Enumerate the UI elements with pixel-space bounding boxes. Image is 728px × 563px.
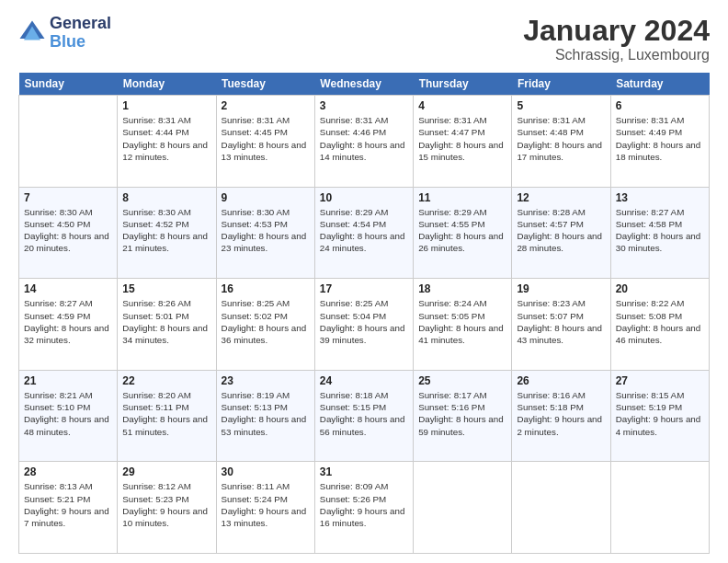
col-thursday: Thursday xyxy=(414,73,512,96)
calendar-cell-w4-d4: 24 Sunrise: 8:18 AM Sunset: 5:15 PM Dayl… xyxy=(314,370,413,462)
day-detail: Sunrise: 8:31 AM Sunset: 4:46 PM Dayligh… xyxy=(320,114,408,163)
day-detail: Sunrise: 8:31 AM Sunset: 4:45 PM Dayligh… xyxy=(222,114,310,163)
sunset: Sunset: 5:21 PM xyxy=(24,494,90,504)
sunset: Sunset: 4:46 PM xyxy=(320,127,386,137)
day-number: 20 xyxy=(616,282,704,295)
logo-line1: General xyxy=(50,15,111,33)
daylight: Daylight: 8 hours and 24 minutes. xyxy=(320,231,405,253)
sunset: Sunset: 5:05 PM xyxy=(418,311,484,321)
day-number: 19 xyxy=(517,282,605,295)
sunset: Sunset: 4:59 PM xyxy=(24,311,90,321)
daylight: Daylight: 8 hours and 26 minutes. xyxy=(418,231,504,253)
day-detail: Sunrise: 8:21 AM Sunset: 5:10 PM Dayligh… xyxy=(24,389,112,438)
sunrise: Sunrise: 8:16 AM xyxy=(517,390,586,400)
sunrise: Sunrise: 8:27 AM xyxy=(24,298,93,308)
daylight: Daylight: 8 hours and 20 minutes. xyxy=(24,231,109,253)
day-detail: Sunrise: 8:23 AM Sunset: 5:07 PM Dayligh… xyxy=(517,297,605,346)
calendar-cell-w2-d6: 12 Sunrise: 8:28 AM Sunset: 4:57 PM Dayl… xyxy=(512,187,610,279)
sunset: Sunset: 5:07 PM xyxy=(517,311,583,321)
daylight: Daylight: 8 hours and 18 minutes. xyxy=(616,140,701,162)
day-number: 16 xyxy=(222,282,310,295)
daylight: Daylight: 8 hours and 17 minutes. xyxy=(517,140,602,162)
calendar-cell-w5-d1: 28 Sunrise: 8:13 AM Sunset: 5:21 PM Dayl… xyxy=(19,462,118,554)
day-detail: Sunrise: 8:29 AM Sunset: 4:55 PM Dayligh… xyxy=(418,206,506,255)
sunset: Sunset: 4:44 PM xyxy=(122,127,188,137)
sunset: Sunset: 4:48 PM xyxy=(517,127,583,137)
sunset: Sunset: 5:11 PM xyxy=(122,402,188,412)
col-friday: Friday xyxy=(512,73,610,96)
col-tuesday: Tuesday xyxy=(216,73,314,96)
daylight: Daylight: 8 hours and 32 minutes. xyxy=(24,323,109,345)
calendar-cell-w3-d5: 18 Sunrise: 8:24 AM Sunset: 5:05 PM Dayl… xyxy=(414,279,512,371)
day-detail: Sunrise: 8:17 AM Sunset: 5:16 PM Dayligh… xyxy=(418,389,506,438)
calendar-week-1: 1 Sunrise: 8:31 AM Sunset: 4:44 PM Dayli… xyxy=(19,96,710,188)
sunrise: Sunrise: 8:31 AM xyxy=(222,115,290,125)
daylight: Daylight: 9 hours and 2 minutes. xyxy=(517,414,602,436)
daylight: Daylight: 9 hours and 4 minutes. xyxy=(616,414,701,436)
sunset: Sunset: 4:58 PM xyxy=(616,219,682,229)
sunset: Sunset: 5:02 PM xyxy=(222,311,288,321)
sunrise: Sunrise: 8:31 AM xyxy=(418,115,487,125)
calendar-header-row: Sunday Monday Tuesday Wednesday Thursday… xyxy=(19,73,710,96)
day-number: 28 xyxy=(24,465,112,478)
calendar-week-4: 21 Sunrise: 8:21 AM Sunset: 5:10 PM Dayl… xyxy=(19,370,710,462)
month-title: January 2024 xyxy=(523,15,710,47)
daylight: Daylight: 8 hours and 51 minutes. xyxy=(122,414,208,436)
sunset: Sunset: 5:18 PM xyxy=(517,402,583,412)
daylight: Daylight: 8 hours and 23 minutes. xyxy=(222,231,307,253)
col-saturday: Saturday xyxy=(610,73,709,96)
day-detail: Sunrise: 8:29 AM Sunset: 4:54 PM Dayligh… xyxy=(320,206,408,255)
day-number: 25 xyxy=(418,374,506,387)
day-number: 5 xyxy=(517,99,605,112)
day-number: 8 xyxy=(122,191,210,204)
sunrise: Sunrise: 8:25 AM xyxy=(222,298,290,308)
day-number: 18 xyxy=(418,282,506,295)
day-detail: Sunrise: 8:12 AM Sunset: 5:23 PM Dayligh… xyxy=(122,480,210,529)
sunrise: Sunrise: 8:19 AM xyxy=(222,390,290,400)
calendar-cell-w5-d7 xyxy=(610,462,709,554)
sunset: Sunset: 5:08 PM xyxy=(616,311,682,321)
sunrise: Sunrise: 8:24 AM xyxy=(418,298,487,308)
daylight: Daylight: 8 hours and 48 minutes. xyxy=(24,414,109,436)
sunset: Sunset: 5:01 PM xyxy=(122,311,188,321)
calendar-cell-w3-d3: 16 Sunrise: 8:25 AM Sunset: 5:02 PM Dayl… xyxy=(216,279,314,371)
day-detail: Sunrise: 8:13 AM Sunset: 5:21 PM Dayligh… xyxy=(24,480,112,529)
calendar-cell-w4-d6: 26 Sunrise: 8:16 AM Sunset: 5:18 PM Dayl… xyxy=(512,370,610,462)
daylight: Daylight: 8 hours and 12 minutes. xyxy=(122,140,208,162)
calendar-cell-w3-d4: 17 Sunrise: 8:25 AM Sunset: 5:04 PM Dayl… xyxy=(314,279,413,371)
day-detail: Sunrise: 8:30 AM Sunset: 4:53 PM Dayligh… xyxy=(222,206,310,255)
sunrise: Sunrise: 8:31 AM xyxy=(616,115,685,125)
day-number: 14 xyxy=(24,282,112,295)
calendar-cell-w1-d1 xyxy=(19,96,118,188)
calendar-week-5: 28 Sunrise: 8:13 AM Sunset: 5:21 PM Dayl… xyxy=(19,462,710,554)
col-wednesday: Wednesday xyxy=(314,73,413,96)
daylight: Daylight: 8 hours and 59 minutes. xyxy=(418,414,504,436)
calendar-cell-w2-d2: 8 Sunrise: 8:30 AM Sunset: 4:52 PM Dayli… xyxy=(118,187,216,279)
day-detail: Sunrise: 8:09 AM Sunset: 5:26 PM Dayligh… xyxy=(320,480,408,529)
daylight: Daylight: 8 hours and 34 minutes. xyxy=(122,323,208,345)
day-number: 26 xyxy=(517,374,605,387)
calendar-cell-w3-d1: 14 Sunrise: 8:27 AM Sunset: 4:59 PM Dayl… xyxy=(19,279,118,371)
sunset: Sunset: 5:19 PM xyxy=(616,402,682,412)
calendar-table: Sunday Monday Tuesday Wednesday Thursday… xyxy=(18,73,710,554)
sunrise: Sunrise: 8:13 AM xyxy=(24,481,93,491)
sunrise: Sunrise: 8:09 AM xyxy=(320,481,389,491)
calendar-cell-w1-d7: 6 Sunrise: 8:31 AM Sunset: 4:49 PM Dayli… xyxy=(610,96,709,188)
logo-line2: Blue xyxy=(50,33,111,52)
day-number: 17 xyxy=(320,282,408,295)
logo-text: General Blue xyxy=(50,15,111,52)
daylight: Daylight: 8 hours and 43 minutes. xyxy=(517,323,602,345)
sunrise: Sunrise: 8:25 AM xyxy=(320,298,389,308)
day-detail: Sunrise: 8:31 AM Sunset: 4:47 PM Dayligh… xyxy=(418,114,506,163)
daylight: Daylight: 8 hours and 28 minutes. xyxy=(517,231,602,253)
sunrise: Sunrise: 8:22 AM xyxy=(616,298,685,308)
logo-icon xyxy=(18,19,46,47)
day-detail: Sunrise: 8:31 AM Sunset: 4:48 PM Dayligh… xyxy=(517,114,605,163)
day-detail: Sunrise: 8:26 AM Sunset: 5:01 PM Dayligh… xyxy=(122,297,210,346)
sunrise: Sunrise: 8:27 AM xyxy=(616,207,685,217)
sunset: Sunset: 5:04 PM xyxy=(320,311,386,321)
daylight: Daylight: 9 hours and 7 minutes. xyxy=(24,506,109,528)
day-detail: Sunrise: 8:28 AM Sunset: 4:57 PM Dayligh… xyxy=(517,206,605,255)
day-number: 3 xyxy=(320,99,408,112)
daylight: Daylight: 9 hours and 10 minutes. xyxy=(122,506,208,528)
